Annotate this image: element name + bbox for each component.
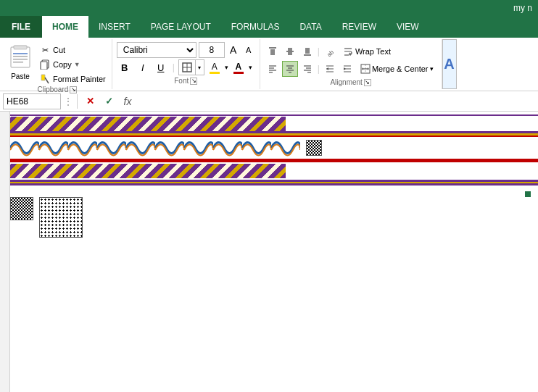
dot-pattern-rect: [39, 197, 83, 238]
resize-handle[interactable]: [525, 191, 531, 197]
title-bar: my n: [0, 0, 538, 16]
font-row-2: B I U |: [117, 59, 255, 75]
format-painter-icon: [39, 73, 51, 85]
copy-button[interactable]: Copy ▼: [38, 58, 107, 71]
svg-rect-5: [13, 59, 28, 60]
tab-file[interactable]: FILE: [0, 16, 42, 38]
title-text: my n: [513, 3, 532, 13]
ribbon: FILE HOME INSERT PAGE LAYOUT FORMULAS DA…: [0, 16, 538, 112]
svg-marker-47: [362, 67, 363, 70]
font-size-increase[interactable]: A: [227, 43, 240, 57]
row-red-solid-2: [10, 160, 538, 162]
tab-home[interactable]: HOME: [42, 16, 88, 38]
increase-indent-button[interactable]: [339, 61, 355, 77]
align-row-2: |: [265, 61, 437, 77]
clipboard-group: Paste ✂ Cut: [3, 39, 112, 89]
sheet-content[interactable]: [10, 112, 538, 241]
cut-button[interactable]: ✂ Cut: [38, 43, 107, 57]
align-bottom-button[interactable]: [299, 43, 315, 59]
svg-marker-48: [368, 67, 369, 70]
svg-rect-49: [10, 137, 300, 159]
tab-insert[interactable]: INSERT: [88, 16, 141, 38]
font-color-button[interactable]: A: [231, 59, 247, 75]
decrease-indent-button[interactable]: [322, 61, 338, 77]
font-color-arrow[interactable]: ▾: [249, 64, 252, 71]
font-group: Calibri A A B I U |: [112, 39, 260, 89]
spreadsheet-area: [0, 112, 538, 392]
row-purple-stripe-1: [10, 117, 286, 131]
align-top-button[interactable]: [265, 43, 281, 59]
clipboard-expander[interactable]: ↘: [70, 86, 77, 93]
svg-rect-1: [11, 47, 30, 67]
wrap-text-button[interactable]: Wrap Text: [339, 44, 394, 59]
align-right-button[interactable]: [299, 61, 315, 77]
svg-marker-39: [326, 67, 328, 70]
underline-button[interactable]: U: [153, 59, 169, 75]
tab-view[interactable]: VIEW: [386, 16, 429, 38]
tab-review[interactable]: REVIEW: [332, 16, 386, 38]
paste-label: Paste: [11, 72, 30, 80]
row-purple-solid-3: [10, 183, 538, 185]
svg-rect-15: [270, 49, 275, 55]
merge-center-button[interactable]: Merge & Center ▾: [357, 62, 437, 76]
svg-rect-18: [288, 52, 292, 55]
bold-button[interactable]: B: [117, 59, 133, 75]
formula-input[interactable]: [138, 93, 535, 109]
clipboard-actions: ✂ Cut Copy ▼: [38, 43, 107, 86]
tab-data[interactable]: DATA: [289, 16, 331, 38]
checker-inline: [306, 140, 322, 156]
svg-rect-3: [13, 53, 28, 54]
fill-color-arrow[interactable]: ▾: [225, 64, 228, 71]
paste-icon: [7, 42, 33, 72]
copy-icon: [39, 59, 51, 70]
border-button[interactable]: ▾: [178, 59, 204, 75]
checker-square-sm: [10, 197, 33, 220]
fill-color-button[interactable]: A: [207, 59, 223, 75]
font-group-label[interactable]: Font ↘: [174, 77, 197, 86]
font-name-dropdown[interactable]: Calibri: [117, 42, 196, 58]
tab-formulas[interactable]: FORMULAS: [221, 16, 290, 38]
align-left-button[interactable]: [265, 61, 281, 77]
wave-svg: [10, 137, 300, 159]
scissors-icon: ✂: [39, 44, 51, 56]
svg-rect-9: [41, 75, 45, 80]
font-row-1: Calibri A A: [117, 42, 255, 58]
formula-divider: [77, 94, 78, 109]
alignment-controls: | ab: [265, 41, 437, 77]
right-partial-btn[interactable]: A: [442, 39, 457, 89]
tab-pagelayout[interactable]: PAGE LAYOUT: [141, 16, 221, 38]
font-size-input[interactable]: [199, 42, 225, 58]
border-icon-btn[interactable]: [179, 60, 195, 75]
top-border: [10, 114, 538, 116]
font-group-expander[interactable]: ↘: [190, 78, 197, 85]
format-painter-button[interactable]: Format Painter: [38, 72, 107, 86]
svg-text:ab: ab: [326, 49, 335, 57]
svg-rect-6: [13, 62, 23, 63]
paste-button[interactable]: Paste: [7, 42, 33, 80]
formula-dots[interactable]: ⋮: [64, 96, 73, 107]
italic-button[interactable]: I: [135, 59, 151, 75]
svg-rect-16: [288, 48, 292, 51]
cancel-formula-button[interactable]: ✕: [82, 93, 98, 109]
wave-row: [10, 135, 538, 160]
alignment-group: | ab: [260, 39, 442, 89]
text-orientation-button[interactable]: ab: [322, 43, 338, 59]
cell-reference-input[interactable]: [3, 93, 61, 109]
alignment-group-expander[interactable]: ↘: [364, 79, 371, 86]
align-middle-button[interactable]: [282, 43, 298, 59]
small-pattern-area: [10, 197, 538, 238]
align-row-1: | ab: [265, 43, 437, 59]
row-numbers: [0, 112, 10, 392]
alignment-group-label[interactable]: Alignment ↘: [330, 78, 371, 88]
svg-rect-19: [305, 48, 310, 54]
font-size-decrease[interactable]: A: [242, 43, 255, 57]
svg-rect-2: [14, 46, 27, 49]
row-purple-stripe-2: [10, 164, 286, 178]
ribbon-toolbar: Paste ✂ Cut: [0, 38, 538, 91]
svg-line-10: [45, 78, 49, 83]
svg-rect-8: [41, 62, 47, 70]
align-center-button[interactable]: [282, 61, 298, 77]
insert-function-button[interactable]: fx: [120, 93, 136, 109]
border-dropdown-arrow[interactable]: ▾: [195, 60, 204, 75]
confirm-formula-button[interactable]: ✓: [101, 93, 117, 109]
